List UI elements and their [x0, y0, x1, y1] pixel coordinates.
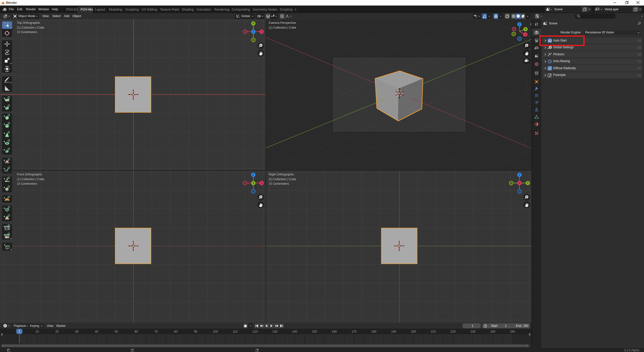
svg-text:Y: Y [525, 28, 527, 31]
svg-text:X: X [261, 182, 263, 185]
svg-text:Z: Z [518, 173, 520, 176]
svg-text:Z: Z [252, 173, 254, 176]
svg-text:Y: Y [252, 22, 254, 25]
svg-text:Y: Y [252, 182, 254, 185]
svg-text:Y: Y [527, 182, 529, 185]
svg-text:Z: Z [252, 30, 254, 33]
svg-text:X: X [518, 182, 520, 185]
svg-text:X: X [261, 30, 263, 33]
svg-text:X: X [524, 33, 526, 36]
svg-text:Z: Z [518, 23, 520, 26]
